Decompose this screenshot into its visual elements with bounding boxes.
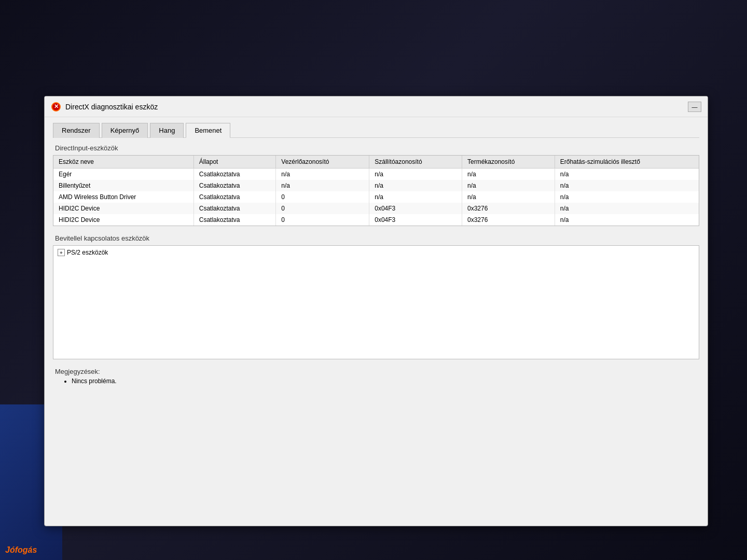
- tree-item-label: PS/2 eszközök: [67, 249, 108, 256]
- table-cell-4-3: 0x04F3: [369, 214, 462, 226]
- table-cell-1-1: Csatlakoztatva: [193, 180, 276, 191]
- notes-item: Nincs probléma.: [72, 377, 699, 385]
- table-cell-2-2: 0: [276, 191, 369, 203]
- window-title: DirectX diagnosztikai eszköz: [65, 103, 688, 111]
- minimize-button[interactable]: [688, 102, 701, 112]
- table-cell-4-1: Csatlakoztatva: [193, 214, 276, 226]
- directinput-table: Eszköz neve Állapot Vezérlőazonosító Szá…: [53, 156, 699, 226]
- input-section-label: Bevitellel kapcsolatos eszközök: [55, 234, 699, 242]
- col-header-force: Erőhatás-szimulációs illesztő: [555, 156, 699, 169]
- tab-hang[interactable]: Hang: [150, 123, 184, 138]
- table-row: BillentyűzetCsatlakoztatvan/an/an/an/a: [53, 180, 699, 191]
- notes-list: Nincs probléma.: [53, 377, 699, 385]
- table-cell-2-4: n/a: [462, 191, 555, 203]
- table-cell-1-0: Billentyűzet: [53, 180, 193, 191]
- input-tree-container: + PS/2 eszközök: [53, 245, 699, 359]
- table-cell-2-3: n/a: [369, 191, 462, 203]
- watermark-text: Jófogás: [5, 545, 37, 554]
- table-cell-0-0: Egér: [53, 169, 193, 180]
- table-cell-0-1: Csatlakoztatva: [193, 169, 276, 180]
- col-header-vendor: Szállítóazonosító: [369, 156, 462, 169]
- table-cell-1-2: n/a: [276, 180, 369, 191]
- table-row: HIDI2C DeviceCsatlakoztatva00x04F30x3276…: [53, 203, 699, 214]
- table-cell-4-4: 0x3276: [462, 214, 555, 226]
- col-header-name: Eszköz neve: [53, 156, 193, 169]
- table-cell-3-3: 0x04F3: [369, 203, 462, 214]
- table-row: AMD Wireless Button DriverCsatlakoztatva…: [53, 191, 699, 203]
- notes-section: Megjegyzések: Nincs probléma.: [53, 368, 699, 385]
- notes-label: Megjegyzések:: [55, 368, 699, 375]
- directx-icon: ✕: [51, 102, 61, 111]
- table-row: EgérCsatlakoztatvan/an/an/an/a: [53, 169, 699, 180]
- table-cell-0-3: n/a: [369, 169, 462, 180]
- col-header-status: Állapot: [193, 156, 276, 169]
- tree-expand-icon[interactable]: +: [58, 249, 65, 256]
- col-header-controller: Vezérlőazonosító: [276, 156, 369, 169]
- tab-bar: Rendszer Képernyő Hang Bemenet: [53, 122, 699, 138]
- table-row: HIDI2C DeviceCsatlakoztatva00x04F30x3276…: [53, 214, 699, 226]
- table-cell-1-5: n/a: [555, 180, 699, 191]
- table-cell-3-2: 0: [276, 203, 369, 214]
- table-cell-3-4: 0x3276: [462, 203, 555, 214]
- window-icon: ✕: [51, 102, 61, 112]
- table-cell-4-0: HIDI2C Device: [53, 214, 193, 226]
- table-cell-2-1: Csatlakoztatva: [193, 191, 276, 203]
- tree-item-ps2: + PS/2 eszközök: [58, 249, 695, 256]
- table-cell-4-2: 0: [276, 214, 369, 226]
- tab-rendszer[interactable]: Rendszer: [53, 123, 100, 138]
- directinput-table-container: Eszköz neve Állapot Vezérlőazonosító Szá…: [53, 155, 699, 226]
- table-cell-2-5: n/a: [555, 191, 699, 203]
- table-cell-0-5: n/a: [555, 169, 699, 180]
- main-window: ✕ DirectX diagnosztikai eszköz Rendszer …: [44, 96, 708, 526]
- table-body: EgérCsatlakoztatvan/an/an/an/aBillentyűz…: [53, 169, 699, 226]
- table-cell-0-2: n/a: [276, 169, 369, 180]
- table-cell-2-0: AMD Wireless Button Driver: [53, 191, 193, 203]
- table-cell-0-4: n/a: [462, 169, 555, 180]
- watermark: Jófogás: [5, 545, 37, 555]
- table-cell-1-3: n/a: [369, 180, 462, 191]
- tab-kepernyo[interactable]: Képernyő: [102, 123, 148, 138]
- table-cell-1-4: n/a: [462, 180, 555, 191]
- window-content: Rendszer Képernyő Hang Bemenet DirectInp…: [45, 117, 708, 390]
- title-bar: ✕ DirectX diagnosztikai eszköz: [45, 96, 708, 117]
- tab-bemenet[interactable]: Bemenet: [186, 123, 230, 138]
- table-header-row: Eszköz neve Állapot Vezérlőazonosító Szá…: [53, 156, 699, 169]
- col-header-product: Termékazonosító: [462, 156, 555, 169]
- table-cell-4-5: n/a: [555, 214, 699, 226]
- window-controls: [688, 102, 701, 112]
- table-cell-3-0: HIDI2C Device: [53, 203, 193, 214]
- table-cell-3-1: Csatlakoztatva: [193, 203, 276, 214]
- table-cell-3-5: n/a: [555, 203, 699, 214]
- directinput-section-label: DirectInput-eszközök: [55, 144, 699, 152]
